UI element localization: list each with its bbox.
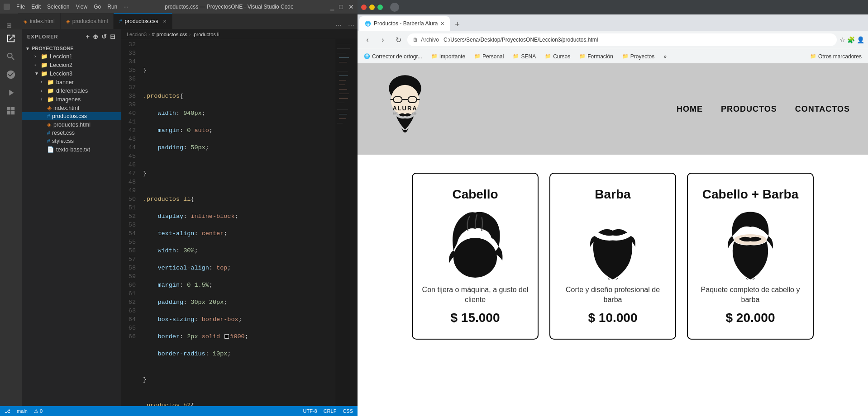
- tree-banner[interactable]: › 📁 banner: [22, 78, 121, 86]
- browser-tab-bar: 🌐 Productos - Barbería Alura ✕ +: [358, 14, 868, 31]
- product-card-cabello: Cabello: [412, 173, 539, 340]
- code-line: border-radius: 10px;: [143, 350, 331, 358]
- address-bar[interactable]: 🗎 Archivo C:/Users/Sena/Desktop/Proyecto…: [407, 33, 837, 46]
- folder-icon: 📁: [41, 70, 48, 77]
- css-icon: #: [119, 19, 122, 24]
- extensions-icon[interactable]: [5, 105, 16, 116]
- other-bookmarks[interactable]: 📁 Otros marcadores: [807, 52, 864, 61]
- tree-leccion2[interactable]: › 📁 Leccion2: [22, 61, 121, 69]
- breadcrumb-part: Leccion3: [127, 32, 147, 37]
- close-icon[interactable]: ✕: [348, 3, 354, 10]
- new-tab-button[interactable]: +: [451, 18, 463, 31]
- extensions-icon[interactable]: 🧩: [847, 36, 855, 43]
- product-title: Barba: [595, 187, 630, 202]
- browser-tab-close-icon[interactable]: ✕: [440, 21, 444, 27]
- bookmark-label: Corrector de ortogr...: [372, 53, 422, 60]
- forward-button[interactable]: ›: [377, 33, 389, 46]
- nav-productos[interactable]: PRODUCTOS: [721, 104, 777, 114]
- browser-tab[interactable]: 🌐 Productos - Barbería Alura ✕: [359, 16, 450, 31]
- explorer-icon[interactable]: [5, 33, 16, 44]
- reload-button[interactable]: ↻: [392, 33, 405, 46]
- folder-importante[interactable]: 📁 Importante: [429, 52, 468, 61]
- svg-rect-20: [337, 123, 343, 123]
- code-line: .productos{: [143, 92, 331, 100]
- tree-reset-css[interactable]: › # reset.css: [22, 129, 121, 137]
- tree-style-css[interactable]: › # style.css: [22, 137, 121, 145]
- svg-rect-15: [339, 98, 348, 99]
- source-control-icon[interactable]: [5, 69, 16, 80]
- bookmarks-overflow[interactable]: »: [661, 52, 669, 61]
- address-actions: ☆ 🧩 👤: [839, 36, 864, 43]
- new-file-icon[interactable]: +: [86, 33, 90, 40]
- folder-cursos[interactable]: 📁 Cursos: [542, 52, 573, 61]
- folder-formacion[interactable]: 📁 Formación: [577, 52, 616, 61]
- tree-label: index.html: [53, 105, 79, 111]
- collapse-icon[interactable]: ⊟: [110, 33, 116, 40]
- browser-close-btn[interactable]: [361, 5, 367, 10]
- product-image-beard: [577, 207, 649, 279]
- chevron-icon: ›: [41, 88, 45, 93]
- menu-file[interactable]: File: [16, 4, 25, 10]
- tab-bar: ⊞ ◈ index.html ◈ productos.html # produc…: [0, 14, 358, 29]
- tab-close-icon[interactable]: ✕: [163, 19, 167, 24]
- back-button[interactable]: ‹: [361, 33, 374, 46]
- tree-productos-html[interactable]: › ◈ productos.html: [22, 120, 121, 129]
- nav-contactos[interactable]: CONTACTOS: [795, 104, 850, 114]
- browser-min-btn[interactable]: [369, 5, 375, 10]
- refresh-icon[interactable]: ↺: [101, 33, 107, 40]
- browser-max-btn[interactable]: [377, 5, 383, 10]
- code-editor[interactable]: 32333435 36373839 40414243 44454647 4849…: [121, 39, 358, 406]
- html-file-icon: ◈: [47, 104, 52, 111]
- tab-overflow-icon[interactable]: ⋯: [332, 22, 345, 29]
- menu-go[interactable]: Go: [94, 4, 101, 10]
- encoding: UTF-8: [303, 408, 317, 414]
- branch-icon: ⎇: [5, 408, 10, 414]
- tree-texto-base[interactable]: › 📄 texto-base.txt: [22, 145, 121, 154]
- minimize-icon[interactable]: ⎯: [330, 3, 334, 10]
- folder-sena[interactable]: 📁 SENA: [510, 52, 539, 61]
- code-line: width: 30%;: [143, 246, 331, 255]
- folder-proyectos[interactable]: 📁 Proyectos: [620, 52, 657, 61]
- code-content[interactable]: } .productos{ width: 940px; margin: 0 au…: [139, 39, 335, 406]
- tree-label: productos.html: [53, 122, 91, 128]
- more-actions-icon[interactable]: ⋯: [345, 22, 358, 29]
- folder-icon: 📁: [810, 53, 816, 59]
- menu-edit[interactable]: Edit: [31, 4, 41, 10]
- folder-personal[interactable]: 📁 Personal: [472, 52, 506, 61]
- tree-productos-css[interactable]: › # productos.css: [22, 112, 121, 120]
- svg-rect-1: [11, 107, 14, 110]
- line-numbers: 32333435 36373839 40414243 44454647 4849…: [121, 39, 139, 406]
- svg-rect-7: [339, 57, 349, 58]
- tab-productos-css[interactable]: # productos.css ✕: [114, 13, 172, 29]
- bookmark-icon[interactable]: ☆: [839, 36, 845, 43]
- code-line: }: [143, 66, 331, 75]
- split-editor-icon[interactable]: ⊞: [0, 22, 18, 29]
- explorer-label: EXPLORER: [27, 34, 58, 39]
- tree-index-html[interactable]: › ◈ index.html: [22, 104, 121, 112]
- code-line: text-align: center;: [143, 229, 331, 238]
- maximize-icon[interactable]: □: [339, 3, 343, 10]
- nav-home[interactable]: HOME: [677, 104, 703, 114]
- sidebar-actions[interactable]: + ⊕ ↺ ⊟: [86, 33, 116, 40]
- profile-icon[interactable]: [390, 3, 399, 12]
- tree-imagenes[interactable]: › 📁 imagenes: [22, 95, 121, 104]
- tree-root[interactable]: ▼ PROYECTOSONE: [22, 45, 121, 52]
- run-icon[interactable]: [5, 87, 16, 98]
- tree-label: imagenes: [56, 96, 81, 103]
- tree-leccion1[interactable]: › 📁 Leccion1: [22, 52, 121, 61]
- menu-view[interactable]: View: [76, 4, 87, 10]
- new-folder-icon[interactable]: ⊕: [93, 33, 99, 40]
- tab-index-html[interactable]: ◈ index.html: [18, 13, 61, 29]
- profile-avatar[interactable]: 👤: [857, 36, 864, 43]
- breadcrumb-selector: .productos li: [192, 32, 219, 37]
- search-icon[interactable]: [5, 51, 16, 62]
- tab-productos-html[interactable]: ◈ productos.html: [61, 13, 114, 29]
- tree-label: Leccion1: [50, 53, 72, 60]
- menu-selection[interactable]: Selection: [47, 4, 69, 10]
- menu-ellipsis[interactable]: ···: [124, 4, 128, 10]
- menu-run[interactable]: Run: [107, 4, 117, 10]
- tree-diferenciales[interactable]: › 📁 diferenciales: [22, 86, 121, 95]
- menu-bar[interactable]: File Edit Selection View Go Run ···: [16, 4, 128, 10]
- tree-leccion3[interactable]: ▼ 📁 Leccion3: [22, 69, 121, 78]
- spellcheck-bookmark[interactable]: 🌐 Corrector de ortogr...: [361, 52, 425, 61]
